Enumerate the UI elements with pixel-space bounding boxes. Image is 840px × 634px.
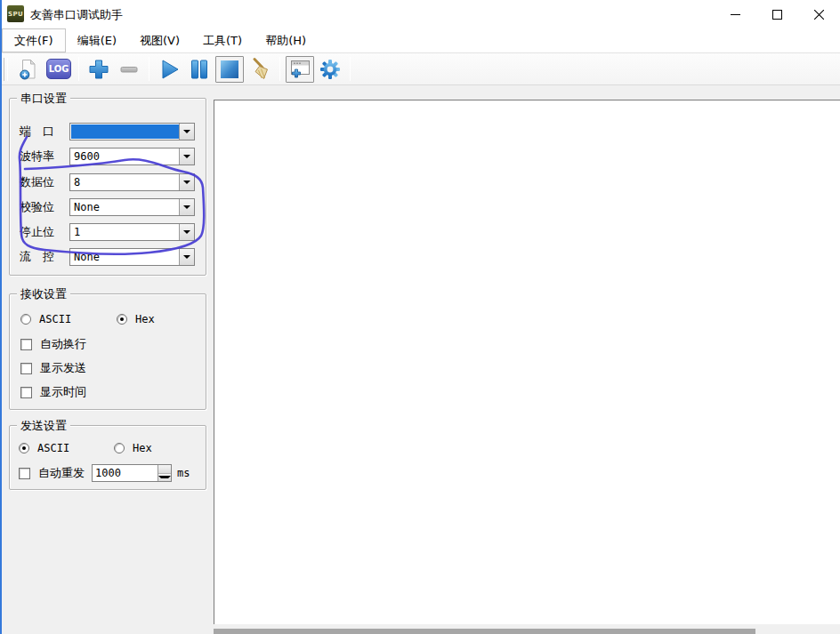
content-area: 串口设置 端 口 波特率 9600 数据位 8 — [0, 85, 840, 634]
show-time-label: 显示时间 — [40, 384, 86, 400]
parity-label: 校验位 — [20, 199, 69, 215]
stopbits-value: 1 — [70, 226, 179, 238]
auto-resend-checkbox[interactable] — [19, 468, 30, 479]
serial-settings-group: 串口设置 端 口 波特率 9600 数据位 8 — [9, 98, 206, 276]
menu-bar: 文件(F) 编辑(E) 视图(V) 工具(T) 帮助(H) — [2, 28, 840, 53]
resend-interval-input[interactable] — [93, 465, 158, 481]
recv-hex-label: Hex — [135, 313, 155, 325]
send-settings-group: 发送设置 ASCII Hex 自动重发 ms — [9, 425, 206, 490]
app-window: SPU 友善串口调试助手 文件(F) 编辑(E) 视图(V) 工具(T) 帮助(… — [0, 0, 840, 634]
stopbits-label: 停止位 — [20, 224, 69, 240]
stopbits-dropdown-button[interactable] — [179, 224, 194, 240]
horizontal-scrollbar[interactable] — [214, 629, 755, 634]
settings-button[interactable] — [316, 56, 344, 83]
add-connection-button[interactable] — [85, 56, 113, 83]
recv-hex-radio[interactable]: Hex — [117, 313, 155, 325]
receive-settings-group: 接收设置 ASCII Hex 自动换行 显示发送 显示时间 — [9, 293, 206, 410]
remove-icon — [117, 58, 141, 81]
flowcontrol-dropdown-button[interactable] — [179, 249, 194, 265]
toolbar-separator — [279, 57, 280, 81]
databits-combobox[interactable]: 8 — [69, 173, 195, 191]
window-title: 友善串口调试助手 — [30, 7, 123, 23]
chevron-down-icon — [183, 130, 190, 133]
baudrate-combobox[interactable]: 9600 — [69, 148, 195, 165]
toolbar-separator — [149, 57, 149, 81]
chevron-down-icon — [183, 205, 190, 209]
checkbox-icon — [20, 387, 32, 398]
radio-selected-icon — [117, 314, 127, 325]
menu-help[interactable]: 帮助(H) — [254, 28, 318, 52]
auto-newline-checkbox[interactable]: 自动换行 — [20, 336, 86, 352]
stop-icon — [219, 59, 240, 80]
flowcontrol-value: None — [70, 251, 179, 263]
flowcontrol-combobox[interactable]: None — [69, 248, 195, 266]
send-ascii-label: ASCII — [37, 442, 69, 454]
start-button[interactable] — [155, 56, 183, 83]
new-window-button[interactable] — [286, 56, 314, 83]
send-ascii-radio[interactable]: ASCII — [19, 442, 69, 454]
maximize-button[interactable] — [756, 0, 798, 28]
chevron-down-icon — [183, 155, 190, 158]
serial-settings-title: 串口设置 — [17, 91, 70, 107]
pause-button[interactable] — [185, 56, 214, 83]
radio-icon — [20, 314, 31, 325]
log-button[interactable]: LOG — [44, 56, 73, 83]
send-hex-radio[interactable]: Hex — [114, 442, 152, 454]
minimize-button[interactable] — [715, 0, 756, 28]
checkbox-icon — [20, 339, 32, 350]
recv-ascii-radio[interactable]: ASCII — [20, 313, 71, 325]
log-icon: LOG — [46, 59, 71, 79]
new-file-button[interactable] — [14, 56, 43, 83]
port-combobox[interactable] — [69, 123, 195, 140]
parity-dropdown-button[interactable] — [179, 199, 194, 215]
receive-settings-title: 接收设置 — [17, 286, 70, 302]
show-time-checkbox[interactable]: 显示时间 — [20, 384, 86, 400]
toolbar-separator — [350, 57, 351, 81]
recv-ascii-label: ASCII — [39, 313, 71, 325]
chevron-down-icon — [183, 181, 190, 184]
port-dropdown-button[interactable] — [179, 124, 194, 140]
maximize-icon — [772, 10, 782, 20]
databits-value: 8 — [70, 176, 179, 189]
close-button[interactable] — [798, 0, 840, 28]
resend-interval-spinbox[interactable] — [92, 464, 172, 482]
stop-button[interactable] — [215, 56, 244, 83]
auto-newline-label: 自动换行 — [40, 336, 86, 352]
app-icon-label: SPU — [8, 11, 23, 18]
send-hex-label: Hex — [133, 442, 152, 454]
toolbar-grip-handle[interactable] — [4, 58, 8, 81]
menu-tools[interactable]: 工具(T) — [191, 28, 254, 52]
baudrate-dropdown-button[interactable] — [179, 148, 194, 165]
play-icon — [158, 58, 181, 81]
port-label: 端 口 — [20, 124, 69, 140]
toolbar: LOG — [2, 53, 840, 85]
remove-connection-button[interactable] — [115, 56, 143, 83]
window-controls — [715, 0, 840, 28]
title-bar: SPU 友善串口调试助手 — [0, 0, 840, 28]
menu-view[interactable]: 视图(V) — [128, 28, 191, 52]
databits-dropdown-button[interactable] — [179, 174, 194, 190]
spin-up-button[interactable] — [158, 465, 171, 474]
spin-down-button[interactable] — [158, 474, 171, 482]
interval-unit-label: ms — [177, 467, 190, 479]
receive-display[interactable] — [214, 100, 840, 624]
new-window-icon — [288, 58, 311, 81]
window-accent-border — [0, 0, 2, 634]
stopbits-combobox[interactable]: 1 — [69, 223, 195, 241]
parity-combobox[interactable]: None — [69, 198, 195, 216]
port-value — [71, 124, 179, 139]
auto-resend-label: 自动重发 — [38, 465, 85, 481]
baudrate-value: 9600 — [70, 150, 179, 163]
menu-file[interactable]: 文件(F) — [2, 28, 66, 52]
baudrate-label: 波特率 — [20, 148, 69, 165]
show-send-label: 显示发送 — [40, 360, 86, 376]
show-send-checkbox[interactable]: 显示发送 — [20, 360, 86, 376]
clear-button[interactable] — [246, 56, 274, 83]
pause-icon — [188, 58, 211, 81]
add-icon — [87, 58, 110, 81]
databits-label: 数据位 — [20, 174, 69, 190]
new-file-icon — [17, 58, 40, 81]
menu-edit[interactable]: 编辑(E) — [66, 28, 128, 52]
send-settings-title: 发送设置 — [17, 418, 70, 434]
chevron-down-icon — [183, 255, 190, 259]
